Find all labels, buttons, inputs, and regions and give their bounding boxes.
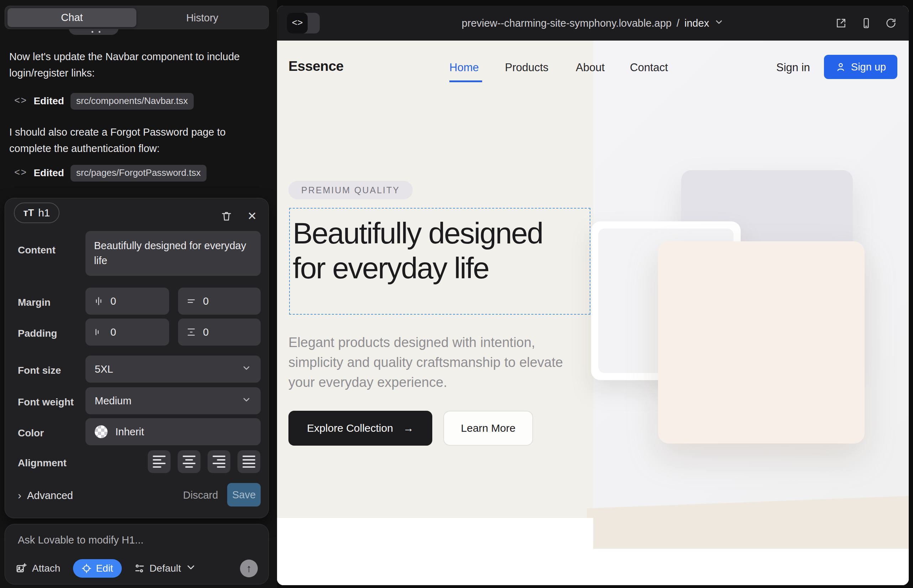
chevron-down-icon [241,395,251,407]
edit-mode-button[interactable]: Edit [73,559,121,578]
tab-chat[interactable]: Chat [8,8,136,27]
code-preview-toggle[interactable]: <> [287,13,320,34]
ellipsis-dot [92,31,93,33]
section-below-hero-right [593,549,909,585]
margin-label: Margin [18,297,50,308]
site-viewport: Essence Home Products About Contact Sign… [277,40,909,585]
element-tag-pill[interactable]: тT h1 [14,202,60,223]
open-external-icon[interactable] [835,18,847,29]
site-navbar: Essence Home Products About Contact Sign… [277,40,909,94]
edited-label: Edited [34,167,64,179]
code-icon: <> [14,96,27,107]
site-logo[interactable]: Essence [288,58,344,74]
explore-collection-button[interactable]: Explore Collection → [288,411,432,446]
color-label: Color [18,428,44,439]
active-nav-underline [449,81,482,82]
padding-label: Padding [18,328,57,339]
sliders-icon [134,563,145,574]
margin-y-input[interactable]: 0 [178,288,261,315]
file-path-badge[interactable]: src/pages/ForgotPassword.tsx [71,165,207,181]
close-editor-button[interactable]: ✕ [244,208,260,224]
tab-bar: Chat History [5,6,269,29]
code-icon[interactable]: <> [287,13,308,34]
type-icon: тT [23,207,34,218]
margin-y-value: 0 [203,296,209,307]
discard-button[interactable]: Discard [183,489,218,501]
edit-mode-label: Edit [96,563,113,574]
nav-link-about[interactable]: About [576,61,605,74]
font-size-select[interactable]: 5XL [86,355,261,383]
advanced-toggle[interactable]: › Advanced [18,489,73,501]
font-weight-select[interactable]: Medium [86,387,261,414]
alignment-label: Alignment [18,457,66,469]
explore-collection-label: Explore Collection [307,422,393,434]
model-selector[interactable]: Default [134,562,197,575]
file-path-badge[interactable]: src/components/Navbar.tsx [71,93,194,110]
arrow-right-icon: → [403,422,414,434]
url-path: index [685,18,709,29]
sign-in-link[interactable]: Sign in [776,61,810,74]
font-weight-label: Font weight [18,396,74,408]
align-justify-button[interactable] [238,450,260,473]
align-left-button[interactable] [148,450,170,473]
color-value: Inherit [115,426,144,438]
tab-history[interactable]: History [136,6,269,29]
nav-link-contact[interactable]: Contact [630,61,668,74]
chevron-down-icon [185,562,197,575]
browser-bar: <> preview--charming-site-symphony.lovab… [277,6,909,40]
chat-message: I should also create a Forgot Password p… [9,124,244,157]
chevron-down-icon [241,363,251,375]
delete-element-button[interactable] [219,208,234,224]
trash-icon [220,210,233,222]
nav-link-products[interactable]: Products [505,61,548,74]
chat-composer: Attach Edit Default ↑ [5,524,269,585]
hero-heading[interactable]: Beautifully designed for everyday life [293,216,570,286]
color-select[interactable]: Inherit [86,418,261,445]
url-host: preview--charming-site-symphony.lovable.… [462,18,672,29]
align-right-button[interactable] [207,450,230,473]
margin-x-value: 0 [110,296,116,307]
app-window: Chat History Now let's update the Navbar… [0,0,913,588]
padding-x-input[interactable]: 0 [86,318,169,346]
person-icon [835,61,846,72]
decorative-card-beige [658,241,864,444]
refresh-icon[interactable] [885,18,897,29]
attach-label: Attach [32,563,60,574]
learn-more-button[interactable]: Learn More [444,411,533,446]
mobile-view-icon[interactable] [860,18,872,29]
premium-quality-badge: PREMIUM QUALITY [288,181,413,199]
margin-x-input[interactable]: 0 [86,288,169,315]
section-below-hero [277,518,593,585]
nav-link-home[interactable]: Home [449,61,479,74]
attach-image-icon [16,563,27,574]
element-tag-label: h1 [38,207,50,219]
font-size-label: Font size [18,365,61,376]
chat-sidebar: Chat History Now let's update the Navbar… [0,0,277,588]
padding-horizontal-icon [93,327,104,338]
url-separator: / [677,18,680,29]
padding-vertical-icon [186,327,197,338]
sign-up-button[interactable]: Sign up [824,55,897,79]
font-weight-value: Medium [95,395,131,407]
save-button[interactable]: Save [227,483,261,507]
arrow-up-icon: ↑ [246,562,252,575]
padding-y-input[interactable]: 0 [178,318,261,346]
model-label: Default [149,563,181,574]
edited-file-row[interactable]: <> Edited src/pages/ForgotPassword.tsx [14,165,207,181]
url-bar[interactable]: preview--charming-site-symphony.lovable.… [384,6,802,40]
composer-toolbar: Attach Edit Default ↑ [16,559,258,578]
chat-message: Now let's update the Navbar component to… [9,48,244,81]
margin-vertical-icon [186,296,197,307]
attach-button[interactable]: Attach [16,563,60,574]
composer-input[interactable] [18,534,253,546]
edited-label: Edited [34,95,64,107]
browser-actions [835,6,897,40]
chevron-right-icon: › [18,489,21,501]
element-editor-panel: тT h1 ✕ Content Beautifully designed for… [5,198,269,518]
sign-up-label: Sign up [851,61,886,73]
send-button[interactable]: ↑ [240,559,258,577]
edited-file-row[interactable]: <> Edited src/components/Navbar.tsx [14,92,194,110]
align-center-button[interactable] [178,450,201,473]
content-textarea[interactable]: Beautifully designed for everyday life [86,231,261,276]
code-icon: <> [14,168,27,178]
